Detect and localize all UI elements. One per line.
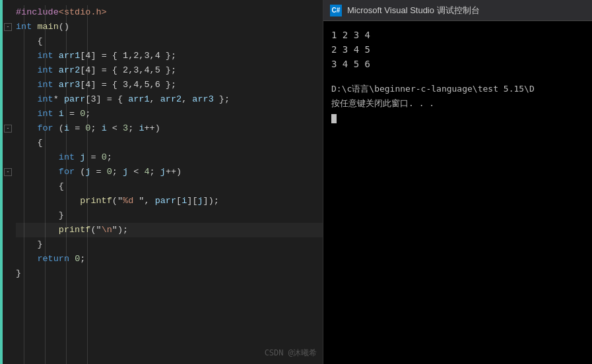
code-line-15: } xyxy=(16,208,323,223)
token: printf xyxy=(59,223,91,237)
code-line-17: } xyxy=(16,237,323,252)
token: for xyxy=(37,121,53,136)
gutter-line xyxy=(3,179,13,194)
green-bar xyxy=(0,0,3,364)
console-body: 1 2 3 4 2 3 4 5 3 4 5 6 D:\c语言\beginner-… xyxy=(323,21,592,364)
token: [4] = { 1,2,3,4 }; xyxy=(80,49,176,63)
token: j xyxy=(160,165,166,179)
token: main xyxy=(37,20,58,34)
token: (" xyxy=(90,223,101,237)
token xyxy=(16,252,37,266)
token: < xyxy=(107,121,123,136)
token: j xyxy=(197,194,203,208)
token xyxy=(16,63,37,78)
token xyxy=(16,150,59,165)
token: (" xyxy=(112,194,123,208)
gutter-line xyxy=(3,150,13,165)
token: j xyxy=(80,150,85,165)
token: "); xyxy=(112,223,128,237)
token: ; xyxy=(90,121,101,136)
token: j xyxy=(85,165,90,179)
token: int xyxy=(16,20,32,34)
token: arr2 xyxy=(160,92,181,107)
code-line-3: { xyxy=(16,34,323,49)
token: 0 xyxy=(102,150,107,165)
token xyxy=(16,165,59,179)
gutter-collapse-for2[interactable]: - xyxy=(3,165,13,179)
gutter-line xyxy=(3,136,13,150)
token: } xyxy=(16,266,21,281)
collapse-for2-btn[interactable]: - xyxy=(4,168,12,176)
token: ]); xyxy=(203,194,219,208)
token: < xyxy=(128,165,144,179)
token xyxy=(16,194,80,208)
token xyxy=(16,121,37,136)
console-output-3: 3 4 5 6 xyxy=(331,57,584,71)
gutter-line xyxy=(3,92,13,107)
token: for xyxy=(59,165,75,179)
token: int xyxy=(37,78,53,92)
console-titlebar: C# Microsoft Visual Studio 调试控制台 xyxy=(323,0,592,21)
token: , xyxy=(150,92,160,107)
code-line-9: for (i = 0; i < 3; i++) xyxy=(16,121,323,136)
token: { xyxy=(16,179,64,194)
token: = xyxy=(69,121,85,136)
gutter-line xyxy=(3,208,13,223)
token xyxy=(53,78,59,92)
gutter-line xyxy=(3,78,13,92)
token: arr1 xyxy=(59,49,80,63)
gutter-collapse-for1[interactable]: - xyxy=(3,121,13,136)
token: int xyxy=(37,49,53,63)
code-line-13: { xyxy=(16,179,323,194)
gutter-line xyxy=(3,266,13,281)
token: parr xyxy=(155,194,176,208)
console-path: D:\c语言\beginner-c-language\test 5.15\D 按… xyxy=(331,76,584,124)
console-output-2: 2 3 4 5 xyxy=(331,42,584,57)
token xyxy=(53,107,59,121)
gutter-line xyxy=(3,63,13,78)
token: [4] = { 2,3,4,5 }; xyxy=(80,63,176,78)
token: [3] = { xyxy=(85,92,128,107)
token: #include xyxy=(16,5,59,20)
token: 3 xyxy=(123,121,128,136)
token xyxy=(16,49,37,63)
token: ++) xyxy=(145,121,160,136)
gutter-line xyxy=(3,49,13,63)
token: arr3 xyxy=(192,92,213,107)
token xyxy=(16,78,37,92)
watermark: CSDN @沐曦希 xyxy=(265,348,317,359)
code-line-1: #include<stdio.h> xyxy=(16,5,323,20)
token: = xyxy=(90,165,106,179)
token: [ xyxy=(176,194,181,208)
token: () xyxy=(59,20,69,34)
token: i xyxy=(181,194,187,208)
token: \n xyxy=(102,223,112,237)
editor-panel: - - - xyxy=(0,0,323,364)
token: { xyxy=(16,136,43,150)
collapse-for1-btn[interactable]: - xyxy=(4,125,12,133)
token: int xyxy=(37,63,53,78)
code-line-6: int arr3[4] = { 3,4,5,6 }; xyxy=(16,78,323,92)
token: i xyxy=(64,121,69,136)
gutter-line xyxy=(3,194,13,208)
code-line-11: int j = 0; xyxy=(16,150,323,165)
vs-icon: C# xyxy=(330,5,342,16)
token xyxy=(16,107,37,121)
code-line-16: printf("\n"); xyxy=(16,223,323,237)
code-line-2: int main() xyxy=(16,20,323,34)
collapse-main-btn[interactable]: - xyxy=(4,23,12,31)
code-line-14: printf("%d ", parr[i][j]); xyxy=(16,194,323,208)
gutter-line xyxy=(3,107,13,121)
console-title: Microsoft Visual Studio 调试控制台 xyxy=(347,5,480,16)
token: arr2 xyxy=(59,63,80,78)
token: %d xyxy=(123,194,139,208)
token: i xyxy=(59,107,64,121)
token xyxy=(16,223,59,237)
gutter-line xyxy=(3,5,13,20)
code-line-4: int arr1[4] = { 1,2,3,4 }; xyxy=(16,49,323,63)
token: { xyxy=(16,34,43,49)
token: arr3 xyxy=(59,78,80,92)
console-path-text: D:\c语言\beginner-c-language\test 5.15\D xyxy=(331,82,584,96)
gutter-collapse-main[interactable]: - xyxy=(3,20,13,34)
token: int xyxy=(37,107,53,121)
